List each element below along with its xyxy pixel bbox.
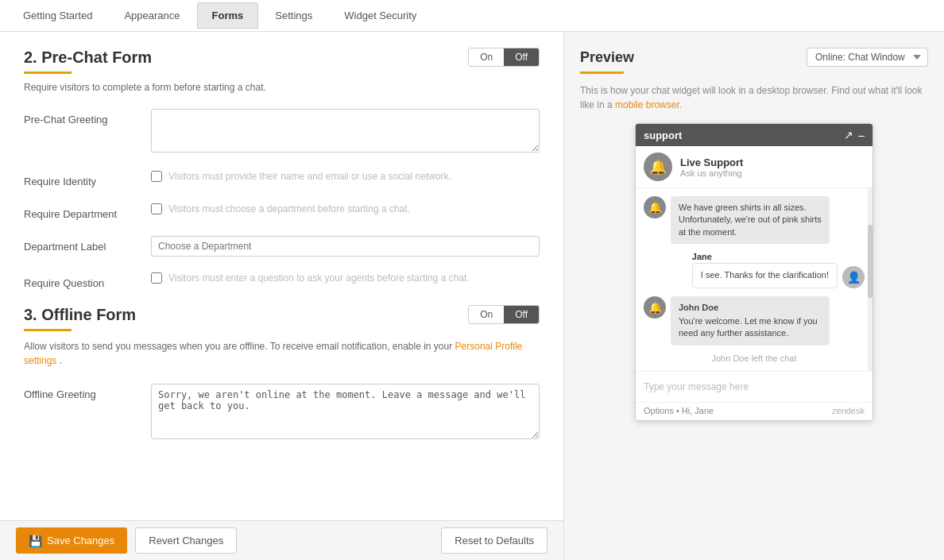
chat-system-msg: John Doe left the chat bbox=[644, 353, 865, 363]
prechat-title: 2. Pre-Chat Form bbox=[24, 48, 152, 67]
chat-header-name: Live Support bbox=[680, 156, 743, 168]
dept-label-input[interactable] bbox=[151, 236, 540, 257]
tab-getting-started[interactable]: Getting Started bbox=[8, 2, 107, 29]
preview-underline bbox=[580, 71, 624, 74]
user-avatar: 👤 bbox=[842, 266, 865, 288]
chat-message-agent-2: 🔔 John Doe You're welcome. Let me know i… bbox=[644, 296, 865, 346]
dept-label-label: Department Label bbox=[24, 236, 151, 253]
offline-greeting-row: Offline Greeting Sorry, we aren't online… bbox=[24, 384, 540, 442]
offline-toggle[interactable]: On Off bbox=[468, 305, 540, 324]
dept-label-row: Department Label bbox=[24, 236, 540, 257]
scrollbar-thumb[interactable] bbox=[868, 225, 872, 298]
tab-widget-security[interactable]: Widget Security bbox=[329, 2, 431, 29]
chat-footer-right: zendesk bbox=[832, 406, 865, 415]
prechat-underline bbox=[24, 71, 72, 74]
agent-avatar-1: 🔔 bbox=[644, 196, 666, 218]
prechat-toggle-off[interactable]: Off bbox=[504, 48, 539, 66]
tab-forms[interactable]: Forms bbox=[197, 2, 259, 29]
left-content: 2. Pre-Chat Form On Off Require visitors… bbox=[0, 32, 563, 520]
require-identity-label: Require Identity bbox=[24, 171, 151, 187]
prechat-toggle[interactable]: On Off bbox=[468, 48, 540, 67]
minimize-icon[interactable]: – bbox=[858, 129, 865, 141]
prechat-greeting-row: Pre-Chat Greeting bbox=[24, 109, 540, 155]
require-dept-hint: Visitors must choose a department before… bbox=[168, 203, 410, 214]
chat-header-sub: Ask us anything bbox=[680, 168, 743, 178]
chat-input-placeholder: Type your message here bbox=[644, 378, 865, 396]
offline-greeting-label: Offline Greeting bbox=[24, 384, 151, 400]
require-dept-checkbox[interactable] bbox=[151, 203, 162, 214]
agent-name: John Doe bbox=[679, 302, 822, 314]
preview-header: Preview Online: Chat Window bbox=[580, 48, 928, 67]
chat-user-name: Jane bbox=[692, 252, 838, 261]
chat-avatar: 🔔 bbox=[644, 153, 672, 181]
chat-titlebar: support ↗ – bbox=[636, 124, 872, 146]
chat-input-area[interactable]: Type your message here bbox=[636, 371, 872, 402]
chat-messages: 🔔 We have green shirts in all sizes. Unf… bbox=[636, 188, 872, 371]
prechat-greeting-input[interactable] bbox=[151, 109, 540, 153]
offline-description: Allow visitors to send you messages when… bbox=[24, 339, 540, 368]
chat-titlebar-title: support bbox=[644, 129, 682, 141]
maximize-icon[interactable]: ↗ bbox=[844, 129, 853, 141]
offline-greeting-input[interactable]: Sorry, we aren't online at the moment. L… bbox=[151, 384, 540, 439]
chat-message-agent-1: 🔔 We have green shirts in all sizes. Unf… bbox=[644, 196, 865, 244]
preview-desc: This is how your chat widget will look i… bbox=[580, 83, 928, 112]
chat-message-user-1: Jane I see. Thanks for the clarification… bbox=[644, 252, 865, 288]
require-dept-row: Require Department Visitors must choose … bbox=[24, 203, 540, 220]
mobile-browser-link[interactable]: mobile browser. bbox=[615, 99, 682, 110]
preview-select[interactable]: Online: Chat Window bbox=[807, 48, 928, 67]
offline-section-header: 3. Offline Form On Off bbox=[24, 305, 540, 324]
bottom-bar: 💾 Save Changes Revert Changes Reset to D… bbox=[0, 520, 563, 560]
left-panel: 2. Pre-Chat Form On Off Require visitors… bbox=[0, 32, 564, 560]
offline-toggle-off[interactable]: Off bbox=[504, 306, 539, 323]
right-panel: Preview Online: Chat Window This is how … bbox=[564, 32, 944, 560]
chat-titlebar-icons[interactable]: ↗ – bbox=[844, 129, 865, 141]
prechat-greeting-label: Pre-Chat Greeting bbox=[24, 109, 151, 126]
require-identity-hint: Visitors must provide their name and ema… bbox=[168, 171, 451, 182]
tab-settings[interactable]: Settings bbox=[260, 2, 327, 29]
require-question-hint: Visitors must enter a question to ask yo… bbox=[168, 272, 470, 284]
chat-footer: Options • Hi, Jane zendesk bbox=[636, 402, 872, 420]
tab-appearance[interactable]: Appearance bbox=[109, 2, 195, 29]
reset-button[interactable]: Reset to Defaults bbox=[441, 527, 547, 554]
save-icon: 💾 bbox=[29, 535, 42, 547]
require-question-checkbox[interactable] bbox=[151, 272, 162, 284]
require-dept-label: Require Department bbox=[24, 203, 151, 220]
offline-underline bbox=[24, 329, 72, 331]
chat-bubble-agent-1: We have green shirts in all sizes. Unfor… bbox=[671, 196, 830, 244]
chat-bubble-user-1: I see. Thanks for the clarification! bbox=[692, 263, 838, 288]
chat-bubble-agent-2: John Doe You're welcome. Let me know if … bbox=[671, 296, 830, 346]
agent-avatar-2: 🔔 bbox=[644, 296, 666, 319]
preview-title: Preview bbox=[580, 49, 634, 66]
prechat-description: Require visitors to complete a form befo… bbox=[24, 82, 540, 93]
revert-button[interactable]: Revert Changes bbox=[135, 527, 237, 554]
save-button[interactable]: 💾 Save Changes bbox=[16, 527, 127, 554]
tabs-bar: Getting Started Appearance Forms Setting… bbox=[0, 0, 944, 32]
chat-footer-left: Options • Hi, Jane bbox=[644, 406, 714, 415]
offline-toggle-on[interactable]: On bbox=[469, 306, 504, 323]
require-identity-row: Require Identity Visitors must provide t… bbox=[24, 171, 540, 187]
chat-widget: support ↗ – 🔔 Live Support Ask us anythi… bbox=[635, 123, 873, 421]
require-identity-checkbox[interactable] bbox=[151, 171, 162, 182]
chat-header: 🔔 Live Support Ask us anything bbox=[636, 146, 872, 188]
prechat-toggle-on[interactable]: On bbox=[469, 48, 504, 66]
require-question-row: Require Question Visitors must enter a q… bbox=[24, 272, 540, 289]
offline-title: 3. Offline Form bbox=[24, 306, 136, 324]
main-layout: 2. Pre-Chat Form On Off Require visitors… bbox=[0, 32, 944, 560]
require-question-label: Require Question bbox=[24, 272, 151, 289]
prechat-section-header: 2. Pre-Chat Form On Off bbox=[24, 48, 540, 67]
scrollbar-track[interactable] bbox=[868, 188, 872, 371]
